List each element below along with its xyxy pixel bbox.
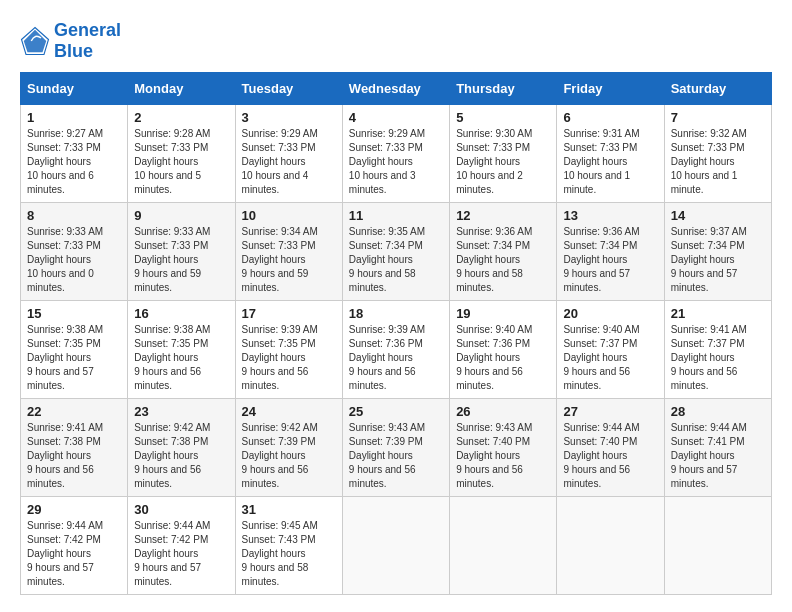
calendar-cell: 29 Sunrise: 9:44 AM Sunset: 7:42 PM Dayl…	[21, 497, 128, 595]
day-number: 14	[671, 208, 765, 223]
day-number: 16	[134, 306, 228, 321]
calendar-cell: 9 Sunrise: 9:33 AM Sunset: 7:33 PM Dayli…	[128, 203, 235, 301]
calendar-cell: 21 Sunrise: 9:41 AM Sunset: 7:37 PM Dayl…	[664, 301, 771, 399]
day-info: Sunrise: 9:42 AM Sunset: 7:39 PM Dayligh…	[242, 421, 336, 491]
day-number: 20	[563, 306, 657, 321]
day-number: 29	[27, 502, 121, 517]
calendar-cell: 4 Sunrise: 9:29 AM Sunset: 7:33 PM Dayli…	[342, 105, 449, 203]
day-info: Sunrise: 9:39 AM Sunset: 7:36 PM Dayligh…	[349, 323, 443, 393]
day-info: Sunrise: 9:44 AM Sunset: 7:40 PM Dayligh…	[563, 421, 657, 491]
day-header-friday: Friday	[557, 73, 664, 105]
day-number: 28	[671, 404, 765, 419]
day-header-wednesday: Wednesday	[342, 73, 449, 105]
day-info: Sunrise: 9:41 AM Sunset: 7:38 PM Dayligh…	[27, 421, 121, 491]
day-number: 10	[242, 208, 336, 223]
day-info: Sunrise: 9:27 AM Sunset: 7:33 PM Dayligh…	[27, 127, 121, 197]
calendar-cell: 22 Sunrise: 9:41 AM Sunset: 7:38 PM Dayl…	[21, 399, 128, 497]
day-info: Sunrise: 9:35 AM Sunset: 7:34 PM Dayligh…	[349, 225, 443, 295]
calendar-cell: 7 Sunrise: 9:32 AM Sunset: 7:33 PM Dayli…	[664, 105, 771, 203]
calendar-cell: 1 Sunrise: 9:27 AM Sunset: 7:33 PM Dayli…	[21, 105, 128, 203]
day-header-tuesday: Tuesday	[235, 73, 342, 105]
day-number: 11	[349, 208, 443, 223]
calendar-cell: 10 Sunrise: 9:34 AM Sunset: 7:33 PM Dayl…	[235, 203, 342, 301]
calendar-cell: 5 Sunrise: 9:30 AM Sunset: 7:33 PM Dayli…	[450, 105, 557, 203]
day-info: Sunrise: 9:34 AM Sunset: 7:33 PM Dayligh…	[242, 225, 336, 295]
calendar-cell: 30 Sunrise: 9:44 AM Sunset: 7:42 PM Dayl…	[128, 497, 235, 595]
calendar-cell: 12 Sunrise: 9:36 AM Sunset: 7:34 PM Dayl…	[450, 203, 557, 301]
calendar-cell: 18 Sunrise: 9:39 AM Sunset: 7:36 PM Dayl…	[342, 301, 449, 399]
day-info: Sunrise: 9:44 AM Sunset: 7:41 PM Dayligh…	[671, 421, 765, 491]
calendar-cell: 27 Sunrise: 9:44 AM Sunset: 7:40 PM Dayl…	[557, 399, 664, 497]
day-info: Sunrise: 9:36 AM Sunset: 7:34 PM Dayligh…	[456, 225, 550, 295]
day-info: Sunrise: 9:43 AM Sunset: 7:40 PM Dayligh…	[456, 421, 550, 491]
calendar-cell: 20 Sunrise: 9:40 AM Sunset: 7:37 PM Dayl…	[557, 301, 664, 399]
day-info: Sunrise: 9:33 AM Sunset: 7:33 PM Dayligh…	[134, 225, 228, 295]
logo-text: General Blue	[54, 20, 121, 62]
day-info: Sunrise: 9:38 AM Sunset: 7:35 PM Dayligh…	[27, 323, 121, 393]
day-info: Sunrise: 9:40 AM Sunset: 7:37 PM Dayligh…	[563, 323, 657, 393]
calendar-cell	[557, 497, 664, 595]
day-number: 27	[563, 404, 657, 419]
logo-icon	[20, 26, 50, 56]
day-number: 13	[563, 208, 657, 223]
day-number: 2	[134, 110, 228, 125]
day-number: 6	[563, 110, 657, 125]
svg-marker-0	[24, 30, 47, 53]
calendar-cell: 26 Sunrise: 9:43 AM Sunset: 7:40 PM Dayl…	[450, 399, 557, 497]
calendar-cell: 16 Sunrise: 9:38 AM Sunset: 7:35 PM Dayl…	[128, 301, 235, 399]
day-info: Sunrise: 9:30 AM Sunset: 7:33 PM Dayligh…	[456, 127, 550, 197]
logo: General Blue	[20, 20, 121, 62]
day-number: 30	[134, 502, 228, 517]
calendar-cell: 28 Sunrise: 9:44 AM Sunset: 7:41 PM Dayl…	[664, 399, 771, 497]
calendar-cell: 24 Sunrise: 9:42 AM Sunset: 7:39 PM Dayl…	[235, 399, 342, 497]
calendar-cell: 23 Sunrise: 9:42 AM Sunset: 7:38 PM Dayl…	[128, 399, 235, 497]
calendar-cell: 8 Sunrise: 9:33 AM Sunset: 7:33 PM Dayli…	[21, 203, 128, 301]
day-header-monday: Monday	[128, 73, 235, 105]
calendar-cell: 25 Sunrise: 9:43 AM Sunset: 7:39 PM Dayl…	[342, 399, 449, 497]
day-number: 17	[242, 306, 336, 321]
calendar-cell	[450, 497, 557, 595]
day-number: 7	[671, 110, 765, 125]
day-header-thursday: Thursday	[450, 73, 557, 105]
day-number: 25	[349, 404, 443, 419]
calendar-cell: 2 Sunrise: 9:28 AM Sunset: 7:33 PM Dayli…	[128, 105, 235, 203]
day-info: Sunrise: 9:37 AM Sunset: 7:34 PM Dayligh…	[671, 225, 765, 295]
day-number: 5	[456, 110, 550, 125]
calendar-cell	[342, 497, 449, 595]
day-info: Sunrise: 9:43 AM Sunset: 7:39 PM Dayligh…	[349, 421, 443, 491]
day-number: 3	[242, 110, 336, 125]
day-info: Sunrise: 9:31 AM Sunset: 7:33 PM Dayligh…	[563, 127, 657, 197]
day-number: 15	[27, 306, 121, 321]
calendar-table: SundayMondayTuesdayWednesdayThursdayFrid…	[20, 72, 772, 595]
day-info: Sunrise: 9:39 AM Sunset: 7:35 PM Dayligh…	[242, 323, 336, 393]
day-number: 21	[671, 306, 765, 321]
day-info: Sunrise: 9:44 AM Sunset: 7:42 PM Dayligh…	[134, 519, 228, 589]
day-info: Sunrise: 9:29 AM Sunset: 7:33 PM Dayligh…	[349, 127, 443, 197]
calendar-cell: 14 Sunrise: 9:37 AM Sunset: 7:34 PM Dayl…	[664, 203, 771, 301]
calendar-cell: 6 Sunrise: 9:31 AM Sunset: 7:33 PM Dayli…	[557, 105, 664, 203]
day-number: 22	[27, 404, 121, 419]
calendar-cell: 17 Sunrise: 9:39 AM Sunset: 7:35 PM Dayl…	[235, 301, 342, 399]
day-number: 26	[456, 404, 550, 419]
day-header-saturday: Saturday	[664, 73, 771, 105]
calendar-cell: 11 Sunrise: 9:35 AM Sunset: 7:34 PM Dayl…	[342, 203, 449, 301]
calendar-cell: 31 Sunrise: 9:45 AM Sunset: 7:43 PM Dayl…	[235, 497, 342, 595]
day-number: 18	[349, 306, 443, 321]
calendar-cell	[664, 497, 771, 595]
calendar-cell: 15 Sunrise: 9:38 AM Sunset: 7:35 PM Dayl…	[21, 301, 128, 399]
day-number: 12	[456, 208, 550, 223]
day-info: Sunrise: 9:28 AM Sunset: 7:33 PM Dayligh…	[134, 127, 228, 197]
day-info: Sunrise: 9:32 AM Sunset: 7:33 PM Dayligh…	[671, 127, 765, 197]
day-number: 24	[242, 404, 336, 419]
day-info: Sunrise: 9:29 AM Sunset: 7:33 PM Dayligh…	[242, 127, 336, 197]
day-info: Sunrise: 9:40 AM Sunset: 7:36 PM Dayligh…	[456, 323, 550, 393]
day-info: Sunrise: 9:44 AM Sunset: 7:42 PM Dayligh…	[27, 519, 121, 589]
day-info: Sunrise: 9:45 AM Sunset: 7:43 PM Dayligh…	[242, 519, 336, 589]
calendar-cell: 19 Sunrise: 9:40 AM Sunset: 7:36 PM Dayl…	[450, 301, 557, 399]
day-number: 31	[242, 502, 336, 517]
day-number: 23	[134, 404, 228, 419]
day-info: Sunrise: 9:38 AM Sunset: 7:35 PM Dayligh…	[134, 323, 228, 393]
day-number: 19	[456, 306, 550, 321]
day-number: 9	[134, 208, 228, 223]
day-info: Sunrise: 9:33 AM Sunset: 7:33 PM Dayligh…	[27, 225, 121, 295]
